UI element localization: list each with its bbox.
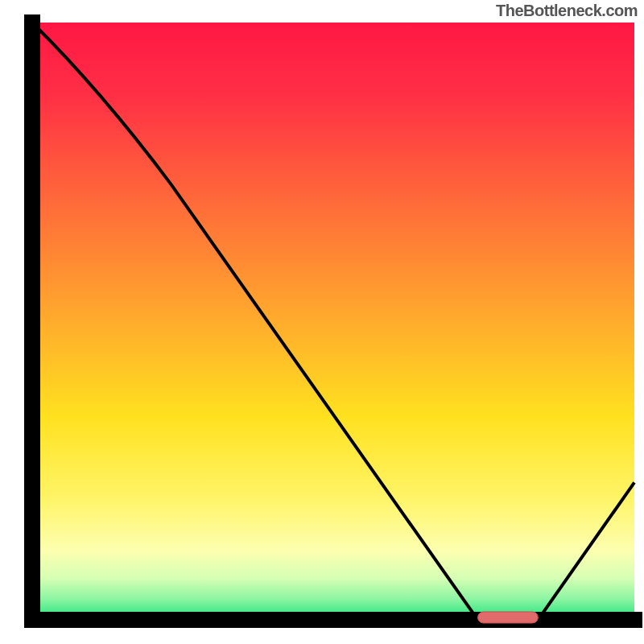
bottleneck-chart xyxy=(0,0,644,644)
plot-area xyxy=(32,23,634,623)
optimal-range-marker xyxy=(478,612,539,623)
chart-container: TheBottleneck.com xyxy=(0,0,644,644)
chart-background xyxy=(32,23,634,620)
attribution-label: TheBottleneck.com xyxy=(496,2,638,20)
